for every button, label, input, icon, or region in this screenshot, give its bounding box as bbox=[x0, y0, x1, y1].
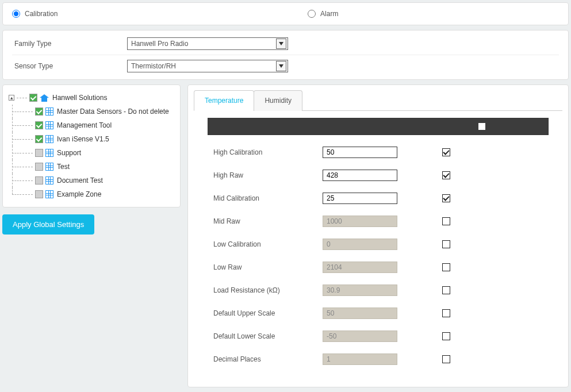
form-row: High Raw bbox=[208, 170, 549, 181]
form-row: Mid Calibration bbox=[208, 193, 549, 204]
form-row-checkbox[interactable] bbox=[442, 148, 450, 156]
tree-root-label[interactable]: Hanwell Solutions bbox=[52, 94, 107, 102]
tab-temperature[interactable]: Temperature bbox=[194, 90, 254, 111]
sensor-type-row: Sensor Type Thermistor/RH bbox=[12, 55, 559, 77]
content-column: Temperature Humidity High CalibrationHig… bbox=[187, 84, 569, 387]
tree-item-label[interactable]: Example Zone bbox=[57, 190, 101, 198]
form-row-label: Low Calibration bbox=[208, 240, 323, 248]
form-wrap: High CalibrationHigh RawMid CalibrationM… bbox=[194, 118, 562, 379]
form-row-input[interactable] bbox=[323, 147, 397, 158]
tree: ▴ Hanwell Solutions Master Data Sensors … bbox=[7, 91, 175, 201]
form-row: Default Lower Scale bbox=[208, 330, 549, 342]
grid-icon bbox=[45, 163, 53, 171]
tree-item-label[interactable]: Master Data Sensors - Do not delete bbox=[57, 107, 169, 116]
sensor-type-label: Sensor Type bbox=[12, 62, 127, 70]
tree-item-label[interactable]: Test bbox=[57, 163, 70, 171]
radio-calibration[interactable] bbox=[12, 10, 20, 18]
chevron-down-icon bbox=[276, 61, 286, 71]
tree-item-checkbox[interactable] bbox=[35, 107, 43, 116]
selectors-panel: Family Type Hanwell Pro Radio Sensor Typ… bbox=[2, 30, 569, 80]
form-row-label: Decimal Places bbox=[208, 355, 323, 363]
family-type-row: Family Type Hanwell Pro Radio bbox=[12, 33, 559, 55]
form-row-input[interactable] bbox=[323, 170, 397, 181]
form-row-input[interactable] bbox=[323, 193, 397, 204]
form-row-checkbox[interactable] bbox=[442, 194, 450, 202]
tree-item-checkbox[interactable] bbox=[35, 190, 43, 198]
form-row-label: Low Raw bbox=[208, 263, 323, 271]
main-area: ▴ Hanwell Solutions Master Data Sensors … bbox=[2, 84, 569, 387]
tree-item[interactable]: Support bbox=[7, 146, 175, 160]
home-icon bbox=[40, 93, 49, 102]
radio-calibration-option[interactable]: Calibration bbox=[12, 10, 308, 18]
form-row-label: Load Resistance (kΩ) bbox=[208, 286, 323, 294]
family-type-value: Hanwell Pro Radio bbox=[131, 40, 188, 48]
form-row: Low Raw bbox=[208, 262, 549, 273]
tree-item[interactable]: Example Zone bbox=[7, 187, 175, 201]
tree-item[interactable]: Ivan iSense V1.5 bbox=[7, 132, 175, 146]
chevron-down-icon bbox=[276, 39, 286, 49]
form-row-checkbox[interactable] bbox=[442, 263, 450, 271]
form-row-label: Default Upper Scale bbox=[208, 309, 323, 317]
tree-item-checkbox[interactable] bbox=[35, 135, 43, 143]
header-select-all-checkbox[interactable] bbox=[478, 123, 485, 130]
tree-item-label[interactable]: Support bbox=[57, 149, 81, 157]
form-row-checkbox[interactable] bbox=[442, 309, 450, 317]
form-row-label: High Raw bbox=[208, 171, 323, 179]
radio-alarm-option[interactable]: Alarm bbox=[308, 10, 559, 18]
content-panel: Temperature Humidity High CalibrationHig… bbox=[187, 84, 569, 387]
family-type-label: Family Type bbox=[12, 40, 127, 48]
form-row-label: Mid Calibration bbox=[208, 194, 323, 202]
form-row-checkbox[interactable] bbox=[442, 217, 450, 225]
form-row-checkbox[interactable] bbox=[442, 332, 450, 340]
form-row: Decimal Places bbox=[208, 353, 549, 365]
form-row: High Calibration bbox=[208, 147, 549, 158]
form-row-input bbox=[323, 308, 397, 319]
tab-strip: Temperature Humidity bbox=[194, 90, 562, 111]
tree-panel: ▴ Hanwell Solutions Master Data Sensors … bbox=[2, 84, 181, 207]
form-row-input bbox=[323, 285, 397, 296]
sensor-type-dropdown[interactable]: Thermistor/RH bbox=[127, 60, 288, 72]
form-row-input bbox=[323, 262, 397, 273]
tree-item[interactable]: Master Data Sensors - Do not delete bbox=[7, 105, 175, 118]
tree-item[interactable]: Document Test bbox=[7, 174, 175, 187]
tree-item[interactable]: Management Tool bbox=[7, 118, 175, 132]
tree-root-checkbox[interactable] bbox=[29, 94, 37, 102]
tree-expander[interactable]: ▴ bbox=[9, 95, 14, 101]
grid-icon bbox=[45, 176, 53, 185]
radio-alarm[interactable] bbox=[308, 10, 316, 18]
grid-icon bbox=[45, 107, 53, 116]
tab-humidity[interactable]: Humidity bbox=[254, 90, 302, 111]
form-header-bar bbox=[208, 118, 549, 135]
apply-global-settings-button[interactable]: Apply Global Settings bbox=[2, 214, 94, 235]
tree-item-label[interactable]: Management Tool bbox=[57, 121, 112, 129]
grid-icon bbox=[45, 135, 53, 143]
tree-column: ▴ Hanwell Solutions Master Data Sensors … bbox=[2, 84, 181, 387]
tree-item-checkbox[interactable] bbox=[35, 176, 43, 185]
grid-icon bbox=[45, 149, 53, 157]
form-row-label: High Calibration bbox=[208, 148, 323, 156]
form-row-input bbox=[323, 239, 397, 250]
form-row: Mid Raw bbox=[208, 216, 549, 227]
tree-item[interactable]: Test bbox=[7, 160, 175, 174]
tree-item-label[interactable]: Ivan iSense V1.5 bbox=[57, 135, 109, 143]
form-row-checkbox[interactable] bbox=[442, 240, 450, 248]
grid-icon bbox=[45, 121, 53, 129]
form-row-label: Mid Raw bbox=[208, 217, 323, 225]
form-row: Default Upper Scale bbox=[208, 308, 549, 319]
form-row-label: Default Lower Scale bbox=[208, 332, 323, 340]
tree-item-checkbox[interactable] bbox=[35, 163, 43, 171]
radio-alarm-label: Alarm bbox=[320, 10, 338, 18]
mode-radio-row: Calibration Alarm bbox=[12, 10, 559, 18]
family-type-dropdown[interactable]: Hanwell Pro Radio bbox=[127, 37, 288, 50]
tree-item-checkbox[interactable] bbox=[35, 121, 43, 129]
tree-item-checkbox[interactable] bbox=[35, 149, 43, 157]
form-row-checkbox[interactable] bbox=[442, 171, 450, 179]
tree-root[interactable]: ▴ Hanwell Solutions bbox=[7, 91, 175, 105]
radio-calibration-label: Calibration bbox=[25, 10, 58, 18]
form-row-input bbox=[323, 353, 397, 365]
tree-item-label[interactable]: Document Test bbox=[57, 176, 103, 185]
form-row-input bbox=[323, 330, 397, 342]
form-row-checkbox[interactable] bbox=[442, 286, 450, 294]
form-row: Low Calibration bbox=[208, 239, 549, 250]
form-row-checkbox[interactable] bbox=[442, 355, 450, 363]
